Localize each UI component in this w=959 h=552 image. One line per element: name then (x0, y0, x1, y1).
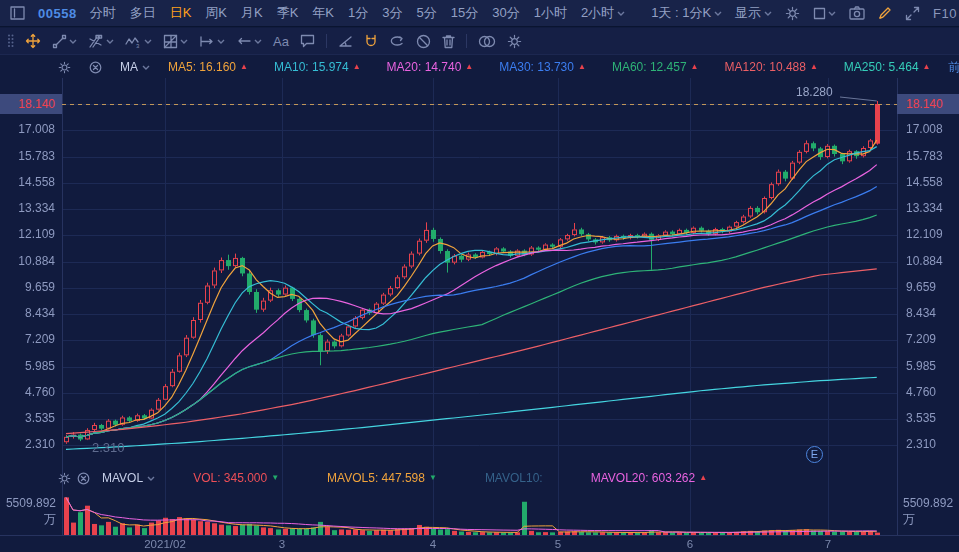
date-tick: 5 (555, 538, 561, 550)
chart-style-selector[interactable] (813, 7, 836, 20)
chevron-down-icon (254, 39, 262, 44)
price-tick: 3.535 (0, 411, 55, 425)
vol-label-text: MAVOL5: 447.598 (327, 471, 425, 485)
ma-label[interactable]: MA10: 15.974▲ (274, 60, 361, 74)
extend-line-tool[interactable] (199, 35, 225, 48)
divider (326, 34, 327, 48)
price-tick: 10.884 (0, 254, 55, 268)
move-tool-icon[interactable] (25, 33, 41, 49)
price-tick: 8.434 (906, 306, 936, 320)
ma-label[interactable]: MA5: 16.160▲ (168, 60, 248, 74)
text-tool[interactable]: Aa (273, 34, 289, 49)
date-tick: 7 (825, 538, 831, 550)
tab-1分[interactable]: 1分 (348, 4, 368, 22)
ma-label[interactable]: MA20: 14.740▲ (387, 60, 474, 74)
magnet-tool-icon[interactable] (364, 34, 378, 49)
price-tick: 7.209 (0, 332, 55, 346)
toolbar-settings-gear-icon[interactable] (507, 34, 522, 49)
price-tick: 7.209 (906, 332, 936, 346)
interval-selector[interactable]: 1天 : 1分K (651, 4, 722, 22)
price-tick: 14.558 (906, 175, 943, 189)
hide-drawings-icon[interactable] (416, 34, 431, 49)
period-low-label: 2.310 (92, 440, 125, 455)
ma-label[interactable]: MA120: 10.488▲ (725, 60, 818, 74)
f10-button[interactable]: F10 (933, 6, 957, 21)
volume-scale-unit-right: 万 (903, 511, 915, 528)
tab-季K[interactable]: 季K (277, 4, 299, 22)
ma-label-text: MA250: 5.464 (844, 60, 919, 74)
volume-close-icon[interactable] (77, 472, 90, 485)
price-tick: 15.783 (0, 149, 55, 163)
chevron-down-icon (714, 11, 722, 16)
vol-label[interactable]: MAVOL20: 603.262▲ (591, 471, 707, 485)
indicator-name-dropdown[interactable]: MA (120, 60, 150, 74)
vol-label[interactable]: VOL: 345.000▼ (193, 471, 279, 485)
tab-多日[interactable]: 多日 (130, 4, 156, 22)
tab-月K[interactable]: 月K (241, 4, 263, 22)
compare-overlay-icon[interactable] (478, 35, 496, 48)
fullscreen-expand-icon[interactable] (905, 6, 920, 21)
ma-label[interactable]: MA30: 13.730▲ (499, 60, 586, 74)
ma-label-text: MA120: 10.488 (725, 60, 806, 74)
chevron-down-icon (617, 11, 625, 16)
price-tick: 12.109 (0, 227, 55, 241)
trend-up-icon: ▲ (699, 474, 707, 482)
screenshot-camera-icon[interactable] (849, 6, 865, 20)
chevron-down-icon (828, 11, 836, 16)
chevron-down-icon (142, 65, 150, 70)
price-tick: 10.884 (906, 254, 943, 268)
vol-label[interactable]: MAVOL5: 447.598▼ (327, 471, 437, 485)
vol-label-text: VOL: 345.000 (193, 471, 267, 485)
adjust-mode-button[interactable]: 前复权 (949, 59, 959, 76)
volume-indicator-dropdown[interactable]: MAVOL (102, 471, 155, 485)
price-tick: 8.434 (0, 306, 55, 320)
draw-pencil-icon[interactable] (878, 6, 892, 20)
elliott-wave-tool[interactable]: 3 (125, 34, 152, 49)
tab-分时[interactable]: 分时 (90, 4, 116, 22)
left-panel-toggle-icon[interactable] (10, 6, 25, 20)
indicator-close-icon[interactable] (89, 61, 102, 74)
settings-gear-icon[interactable] (785, 6, 800, 21)
vol-label[interactable]: MAVOL10: (485, 471, 543, 485)
tab-周K[interactable]: 周K (205, 4, 227, 22)
date-tick: 6 (687, 538, 693, 550)
drag-grip-icon[interactable] (7, 33, 14, 49)
comment-tool-icon[interactable] (300, 34, 315, 48)
period-tabs: 分时多日日K周K月K季K年K1分3分5分15分30分1小时2小时 (90, 4, 625, 22)
price-tick: 5.985 (906, 359, 936, 373)
tab-5分[interactable]: 5分 (416, 4, 436, 22)
tab-30分[interactable]: 30分 (492, 4, 519, 22)
stock-code[interactable]: 00558 (38, 6, 77, 21)
price-tick: 2.310 (906, 437, 936, 451)
tab-2小时[interactable]: 2小时 (581, 4, 625, 22)
pitchfork-tool[interactable] (88, 34, 114, 49)
ma-label[interactable]: MA60: 12.457▲ (612, 60, 699, 74)
trend-up-icon: ▲ (691, 63, 699, 71)
volume-settings-gear-icon[interactable] (58, 472, 71, 485)
continuous-drawing-icon[interactable] (389, 34, 405, 48)
price-tick: 12.109 (906, 227, 943, 241)
trendline-tool[interactable] (52, 34, 77, 49)
price-tick: 17.008 (0, 122, 55, 136)
trend-up-icon: ▲ (923, 63, 931, 71)
volume-scale-max-left: 5509.892 (0, 496, 56, 510)
price-tick: 3.535 (906, 411, 936, 425)
indicator-settings-gear-icon[interactable] (58, 61, 71, 74)
trend-up-icon: ▲ (240, 63, 248, 71)
indicator-header: MA MA5: 16.160▲MA10: 15.974▲MA20: 14.740… (58, 58, 955, 76)
delete-drawings-trash-icon[interactable] (442, 34, 455, 49)
tab-3分[interactable]: 3分 (382, 4, 402, 22)
gann-box-tool[interactable] (163, 34, 188, 49)
event-marker-icon[interactable]: E (806, 446, 823, 463)
angle-tool-icon[interactable] (338, 35, 353, 48)
tab-1小时[interactable]: 1小时 (534, 4, 567, 22)
chevron-down-icon (147, 476, 155, 481)
ma-label-text: MA30: 13.730 (499, 60, 574, 74)
ma-label[interactable]: MA250: 5.464▲ (844, 60, 931, 74)
arrow-tool[interactable] (236, 35, 262, 47)
tab-年K[interactable]: 年K (312, 4, 334, 22)
tab-日K[interactable]: 日K (170, 4, 192, 22)
tab-15分[interactable]: 15分 (451, 4, 478, 22)
vol-label-text: MAVOL20: 603.262 (591, 471, 696, 485)
display-menu[interactable]: 显示 (735, 4, 772, 22)
